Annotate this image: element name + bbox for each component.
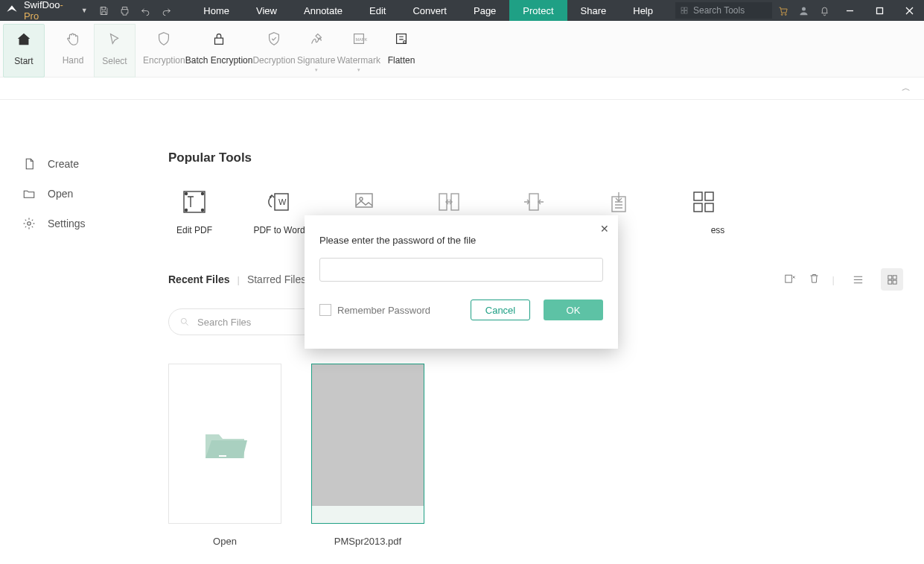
menu-annotate[interactable]: Annotate (290, 0, 356, 21)
svg-rect-37 (219, 455, 226, 457)
sidebar: Create Open Settings (0, 100, 149, 564)
bell-icon[interactable] (814, 0, 835, 21)
tool-edit-pdf[interactable]: Edit PDF (168, 188, 220, 235)
separator: | (832, 274, 835, 285)
svg-point-36 (181, 318, 186, 323)
tab-starred-files[interactable]: Starred Files (247, 273, 306, 285)
sidebar-item-create[interactable]: Create (0, 149, 149, 179)
ribbon-signature[interactable]: Signature ▾ (296, 24, 337, 77)
minimize-button[interactable] (835, 0, 864, 21)
ribbon-select[interactable]: Select (94, 24, 136, 77)
svg-text:W: W (278, 197, 287, 206)
tab-recent-files[interactable]: Recent Files (168, 273, 229, 285)
menu-view[interactable]: View (243, 0, 290, 21)
svg-point-4 (781, 13, 783, 15)
tile-open[interactable]: Open (168, 364, 281, 547)
list-view-icon[interactable] (847, 268, 869, 291)
user-icon[interactable] (793, 0, 814, 21)
sidebar-item-label: Settings (48, 218, 86, 229)
menu-convert[interactable]: Convert (399, 0, 460, 21)
merge-icon (520, 188, 548, 216)
svg-rect-33 (893, 275, 896, 279)
svg-point-15 (185, 193, 188, 195)
tile-file[interactable]: PMSpr2013.pdf (311, 364, 424, 547)
pdf-to-word-icon: W (265, 188, 293, 216)
hand-icon (65, 28, 81, 49)
tile-file-thumb[interactable] (311, 364, 424, 524)
search-icon (179, 317, 190, 327)
menu-home[interactable]: Home (190, 0, 243, 21)
menu-help[interactable]: Help (619, 0, 666, 21)
ribbon-start[interactable]: Start (3, 24, 45, 77)
app-name: SwifDoo-Pro (24, 0, 78, 22)
tile-open-box[interactable] (168, 364, 281, 524)
extract-icon (605, 188, 633, 216)
svg-rect-1 (685, 7, 688, 10)
cart-icon[interactable] (772, 0, 793, 21)
app-logo-icon (4, 3, 19, 18)
tool-label: PDF to Word (253, 225, 305, 235)
ok-button[interactable]: OK (544, 300, 603, 320)
menu-protect[interactable]: Protect (509, 0, 567, 21)
chevron-up-icon[interactable]: ︿ (902, 82, 911, 95)
dialog-close-button[interactable]: ✕ (600, 223, 609, 235)
shield-open-icon (266, 28, 282, 49)
trash-icon[interactable] (808, 272, 821, 287)
svg-rect-8 (215, 38, 223, 44)
popular-tools-heading: Popular Tools (168, 150, 903, 165)
menubar: Home View Annotate Edit Convert Page Pro… (190, 0, 772, 21)
svg-text:MARK: MARK (355, 37, 367, 42)
undo-icon[interactable] (136, 0, 156, 21)
save-icon[interactable] (94, 0, 115, 21)
password-input[interactable] (319, 258, 603, 282)
menu-page[interactable]: Page (460, 0, 509, 21)
sidebar-item-label: Create (48, 158, 79, 170)
ribbon-encryption[interactable]: Encryption (143, 24, 185, 77)
ribbon-start-label: Start (14, 56, 33, 66)
ribbon-hand[interactable]: Hand (52, 24, 94, 77)
files-toolbar: | (783, 268, 903, 291)
tool-compress[interactable]: ess (678, 188, 730, 235)
dialog-message: Please enter the password of the file (319, 235, 603, 246)
svg-rect-0 (681, 7, 684, 10)
ribbon-decryption-label: Decryption (252, 55, 295, 66)
tile-label: PMSpr2013.pdf (334, 536, 401, 547)
watermark-icon: MARK (351, 28, 367, 49)
app-name-main: SwifDoo (24, 0, 60, 10)
cursor-icon (106, 29, 123, 50)
search-files-placeholder: Search Files (197, 317, 251, 328)
cancel-button[interactable]: Cancel (471, 300, 530, 320)
ribbon-decryption[interactable]: Decryption (252, 24, 295, 77)
redo-icon[interactable] (156, 0, 176, 21)
svg-point-17 (185, 209, 188, 212)
svg-rect-34 (888, 280, 891, 284)
ribbon-watermark[interactable]: MARK Watermark ▾ (337, 24, 380, 77)
svg-rect-29 (694, 203, 702, 212)
app-menu-dropdown-icon[interactable]: ▼ (81, 7, 88, 14)
grid-view-icon[interactable] (881, 268, 903, 291)
close-button[interactable] (894, 0, 924, 21)
tool-pdf-to-word[interactable]: W PDF to Word (253, 188, 305, 235)
ribbon-hand-label: Hand (63, 55, 84, 66)
maximize-button[interactable] (864, 0, 894, 21)
menu-edit[interactable]: Edit (356, 0, 399, 21)
sidebar-item-settings[interactable]: Settings (0, 209, 149, 238)
page-plus-icon (22, 157, 36, 171)
folder-open-icon (201, 422, 249, 465)
remember-password-checkbox[interactable] (319, 304, 331, 316)
ribbon-batch-encryption[interactable]: Batch Encryption (185, 24, 253, 77)
sidebar-item-open[interactable]: Open (0, 179, 149, 209)
svg-point-6 (802, 7, 806, 10)
svg-point-16 (202, 193, 204, 195)
ribbon-flatten[interactable]: Flatten (380, 24, 422, 77)
print-icon[interactable] (115, 0, 136, 21)
svg-point-18 (202, 209, 204, 212)
recent-files-grid: Open PMSpr2013.pdf (168, 364, 903, 547)
svg-rect-7 (876, 7, 882, 13)
edit-pdf-icon (180, 188, 208, 216)
ribbon-select-label: Select (102, 56, 127, 66)
ribbon-collapse-bar: ︿ (0, 77, 924, 100)
search-tools-input[interactable]: Search Tools (675, 2, 772, 19)
menu-share[interactable]: Share (567, 0, 620, 21)
clear-list-icon[interactable] (783, 272, 796, 287)
